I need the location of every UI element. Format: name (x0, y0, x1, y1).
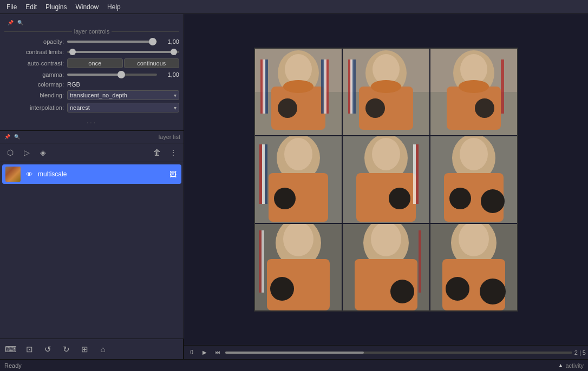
layer-controls-section: 📌 🔍 layer controls opacity: 1,00 (0, 14, 184, 131)
layer-list-header: 📌 🔍 layer list (0, 131, 184, 143)
controls-topbar: 📌 🔍 (4, 17, 179, 28)
svg-point-33 (284, 138, 312, 170)
grid-cell-0-2 (430, 49, 517, 135)
canvas-viewport[interactable] (184, 14, 588, 345)
delete-layer-btn[interactable]: 🗑 (150, 145, 164, 160)
image-grid (254, 48, 518, 312)
play-btn[interactable]: ▶ (199, 347, 210, 358)
end-btn[interactable]: ⏮ (212, 347, 223, 358)
svg-rect-45 (416, 144, 419, 204)
blending-select[interactable]: translucent_no_depth ▾ (67, 90, 179, 100)
activity-section[interactable]: ▲ activity (558, 362, 584, 369)
svg-rect-12 (321, 59, 324, 114)
search-icon[interactable]: 🔍 (16, 19, 24, 27)
svg-point-16 (373, 54, 400, 84)
contrast-slider[interactable] (67, 48, 179, 56)
layer-name: multiscale (38, 170, 164, 178)
colormap-value: RGB (67, 81, 80, 88)
left-panel: 📌 🔍 layer controls opacity: 1,00 (0, 14, 184, 359)
svg-rect-37 (262, 144, 265, 204)
svg-rect-60 (262, 230, 264, 293)
interpolation-select[interactable]: nearest ▾ (67, 103, 179, 112)
add-shapes-btn[interactable]: ▷ (19, 145, 34, 160)
bottom-toolbar: ⌨ ⊡ ↺ ↻ ⊞ ⌂ (0, 339, 184, 359)
interpolation-row: interpolation: nearest ▾ (4, 103, 179, 112)
svg-point-35 (274, 188, 296, 209)
home-btn[interactable]: ⌂ (95, 342, 110, 357)
colormap-label: colormap: (4, 81, 64, 88)
interpolation-arrow-icon: ▾ (174, 105, 177, 111)
svg-rect-59 (259, 230, 262, 293)
layer-list-section: 📌 🔍 layer list ⬡ ▷ ◈ 🗑 ⋮ 👁 (0, 131, 184, 359)
roll-btn[interactable]: ↻ (58, 342, 74, 357)
activity-label[interactable]: activity (565, 362, 584, 369)
timeline-slider[interactable] (225, 352, 572, 354)
grid-cell-1-2 (430, 136, 517, 223)
svg-rect-9 (265, 59, 268, 114)
grid-btn[interactable]: ⊞ (77, 342, 92, 357)
colormap-row: colormap: RGB (4, 81, 179, 88)
visibility-icon[interactable]: 👁 (24, 170, 35, 178)
gamma-row: gamma: 1,00 (4, 71, 179, 78)
svg-point-19 (365, 98, 385, 118)
layer-item[interactable]: 👁 multiscale 🖼 (2, 164, 181, 184)
svg-point-18 (371, 80, 401, 93)
opacity-label: opacity: (4, 38, 64, 45)
layer-more-btn[interactable]: ⋮ (166, 145, 180, 160)
2d-btn[interactable]: ⊡ (22, 342, 37, 357)
grid-cell-0-0 (255, 49, 342, 135)
blending-row: blending: translucent_no_depth ▾ (4, 90, 179, 100)
gamma-label: gamma: (4, 71, 64, 78)
menubar: File Edit Plugins Window Help (0, 0, 588, 14)
menu-plugins[interactable]: Plugins (41, 2, 71, 12)
svg-rect-30 (501, 59, 504, 114)
canvas-area: 0 ▶ ⏮ 2 | 5 (184, 14, 588, 359)
svg-rect-67 (419, 230, 421, 293)
svg-point-5 (283, 80, 313, 93)
svg-point-28 (459, 80, 489, 93)
opacity-slider[interactable] (67, 38, 157, 45)
auto-contrast-row: auto-contrast: once continuous (4, 58, 179, 68)
add-points-btn[interactable]: ⬡ (3, 145, 17, 160)
3d-btn[interactable]: ↺ (40, 342, 55, 357)
add-labels-btn[interactable]: ◈ (36, 145, 50, 160)
more-dots[interactable]: ... (4, 115, 179, 127)
btn-once[interactable]: once (67, 58, 123, 68)
layer-type-icon: 🖼 (167, 170, 178, 178)
console-btn[interactable]: ⌨ (3, 342, 18, 357)
menu-edit[interactable]: Edit (21, 2, 41, 12)
main-content: 📌 🔍 layer controls opacity: 1,00 (0, 14, 588, 359)
pin-icon[interactable]: 📌 (6, 19, 14, 27)
layer-list-title: layer list (23, 134, 180, 140)
svg-point-3 (285, 54, 312, 84)
menu-help[interactable]: Help (103, 2, 125, 12)
layer-controls-header: layer controls (4, 28, 179, 35)
svg-point-42 (372, 138, 400, 170)
svg-rect-22 (352, 59, 356, 114)
layer-search-icon[interactable]: 🔍 (13, 133, 21, 141)
gamma-slider[interactable] (67, 71, 157, 78)
opacity-value: 1,00 (160, 38, 179, 45)
layer-items: 👁 multiscale 🖼 (0, 162, 184, 339)
btn-continuous[interactable]: continuous (124, 58, 180, 68)
svg-point-50 (460, 138, 488, 170)
svg-rect-46 (413, 144, 416, 204)
svg-point-26 (460, 54, 487, 84)
frame-label: 0 (186, 347, 197, 358)
status-ready: Ready (4, 362, 22, 369)
timeline-position: 2 | 5 (574, 349, 586, 356)
gamma-value: 1,00 (160, 71, 179, 78)
layer-thumbnail (5, 167, 21, 182)
menu-window[interactable]: Window (71, 2, 103, 12)
menu-file[interactable]: File (2, 2, 21, 12)
svg-rect-38 (265, 144, 267, 204)
svg-point-73 (446, 277, 469, 301)
layer-pin-icon[interactable]: 📌 (3, 133, 11, 141)
svg-rect-36 (259, 144, 262, 204)
auto-contrast-label: auto-contrast: (4, 60, 64, 67)
blending-label: blending: (4, 92, 64, 98)
svg-point-53 (481, 189, 505, 213)
opacity-row: opacity: 1,00 (4, 38, 179, 45)
timeline-bar: 0 ▶ ⏮ 2 | 5 (184, 345, 588, 359)
status-bar: Ready ▲ activity (0, 359, 588, 371)
